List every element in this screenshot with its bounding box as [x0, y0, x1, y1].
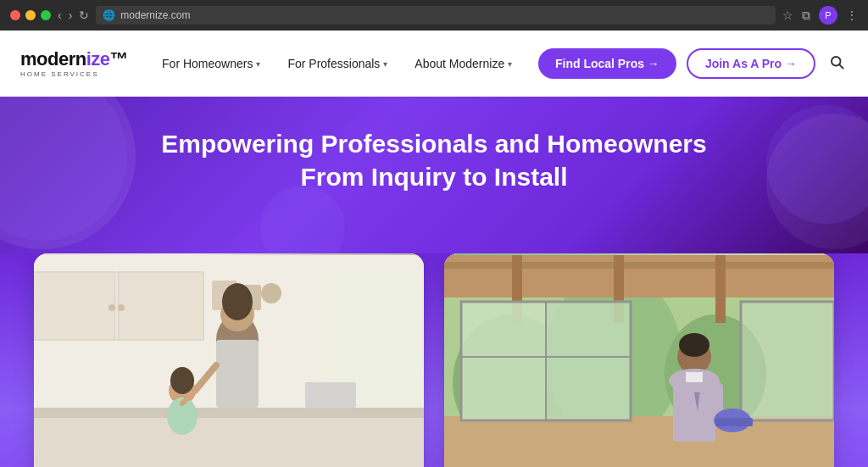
nav-for-professionals[interactable]: For Professionals ▾	[274, 31, 401, 97]
deco-circle-1	[0, 97, 127, 241]
professionals-card[interactable]: Professionals	[444, 253, 834, 467]
browser-actions: ☆ ⧉ P ⋮	[782, 6, 858, 25]
minimize-btn[interactable]	[25, 10, 36, 20]
logo[interactable]: modernize™ HOME SERVICES	[20, 50, 128, 78]
nav-about-modernize[interactable]: About Modernize ▾	[401, 31, 526, 97]
professionals-card-image	[444, 253, 834, 467]
browser-chrome: ‹ › ↻ 🌐 modernize.com ☆ ⧉ P ⋮	[0, 0, 868, 31]
menu-button[interactable]: ⋮	[846, 8, 858, 22]
maximize-btn[interactable]	[41, 10, 51, 20]
extensions-button[interactable]: ⧉	[802, 8, 810, 23]
nav-ctas: Find Local Pros → Join As A Pro →	[538, 48, 848, 79]
deco-circle-2	[766, 105, 868, 224]
find-local-pros-button[interactable]: Find Local Pros →	[538, 48, 676, 79]
logo-text: modernize™	[20, 50, 128, 69]
homeowners-card[interactable]: Homeowners	[34, 253, 424, 467]
navbar: modernize™ HOME SERVICES For Homeowners …	[0, 31, 868, 97]
nav-homeowners-label: For Homeowners	[162, 57, 253, 70]
deco-circle-3	[260, 186, 345, 253]
url-text: modernize.com	[120, 9, 190, 21]
favicon: 🌐	[103, 9, 115, 21]
browser-controls	[10, 10, 51, 20]
profile-button[interactable]: P	[819, 6, 837, 25]
chevron-down-icon: ▾	[256, 59, 260, 69]
nav-for-homeowners[interactable]: For Homeowners ▾	[148, 31, 274, 97]
svg-rect-24	[34, 255, 424, 467]
hero-section: Empowering Professionals and Homeowners …	[0, 97, 868, 253]
address-bar[interactable]: 🌐 modernize.com	[96, 6, 776, 25]
forward-button[interactable]: ›	[69, 8, 73, 22]
svg-line-1	[839, 64, 843, 68]
chevron-down-icon: ▾	[383, 59, 387, 69]
close-btn[interactable]	[10, 10, 20, 20]
svg-rect-54	[444, 255, 834, 467]
logo-subtext: HOME SERVICES	[20, 70, 128, 78]
hero-title: Empowering Professionals and Homeowners …	[137, 127, 731, 193]
chevron-down-icon: ▾	[508, 59, 512, 69]
nav-links: For Homeowners ▾ For Professionals ▾ Abo…	[148, 31, 538, 97]
homeowners-card-image	[34, 253, 424, 467]
join-as-pro-button[interactable]: Join As A Pro →	[687, 48, 815, 79]
bookmark-button[interactable]: ☆	[782, 8, 793, 22]
reload-button[interactable]: ↻	[79, 8, 89, 22]
nav-about-label: About Modernize	[415, 57, 504, 70]
cards-section: Homeowners	[0, 253, 868, 467]
search-button[interactable]	[826, 51, 848, 77]
nav-professionals-label: For Professionals	[287, 57, 380, 70]
back-button[interactable]: ‹	[58, 8, 62, 22]
